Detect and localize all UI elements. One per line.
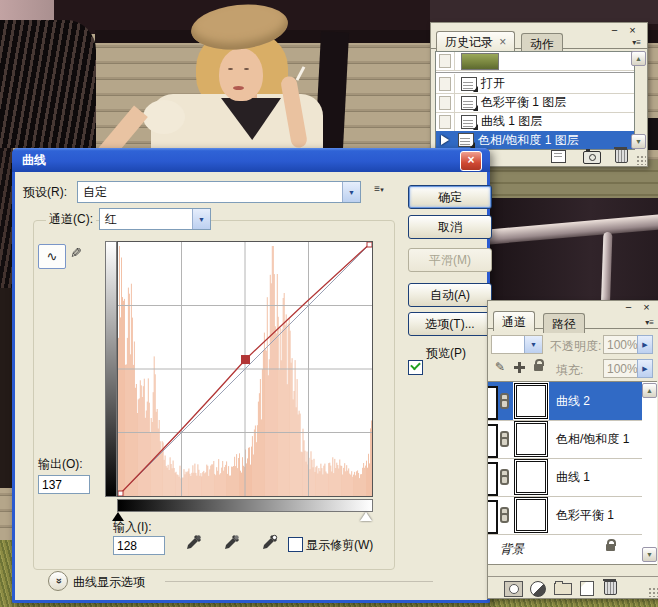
history-source-checkbox[interactable] bbox=[439, 115, 451, 129]
blend-mode-select[interactable]: ▼ bbox=[491, 335, 543, 354]
auto-button[interactable]: 自动(A) bbox=[408, 283, 492, 307]
link-mask-icon[interactable] bbox=[499, 469, 508, 485]
curve-display-options-label: 曲线显示选项 bbox=[73, 574, 145, 591]
panel-menu-icon[interactable]: ▾≡ bbox=[645, 318, 654, 327]
layer-mask-thumbnail[interactable] bbox=[516, 499, 546, 531]
input-label: 输入(I): bbox=[113, 519, 152, 536]
history-source-checkbox[interactable] bbox=[439, 77, 451, 91]
curve-plot-svg bbox=[118, 242, 372, 496]
opacity-slider-arrow-icon[interactable]: ▶ bbox=[637, 335, 653, 354]
chevron-down-icon[interactable]: ▼ bbox=[524, 336, 542, 353]
adjustment-layer-thumbnail bbox=[488, 462, 498, 496]
link-mask-icon[interactable] bbox=[499, 431, 508, 447]
new-adjustment-layer-icon[interactable] bbox=[530, 581, 546, 597]
channel-select[interactable]: 红 ▼ bbox=[99, 208, 211, 230]
layers-list: 曲线 2 色相/饱和度 1 曲线 1 色彩平衡 1 背景 bbox=[488, 381, 657, 565]
history-snapshot-row[interactable] bbox=[436, 52, 634, 71]
channel-label: 通道(C): bbox=[46, 211, 96, 228]
lock-position-move-icon[interactable] bbox=[514, 362, 525, 373]
chevron-down-icon[interactable]: ▼ bbox=[192, 209, 210, 229]
highlight-input-slider[interactable] bbox=[360, 512, 372, 521]
tab-history[interactable]: 历史记录 × bbox=[436, 31, 515, 51]
white-point-eyedropper-icon[interactable] bbox=[261, 533, 279, 554]
curve-display-options-expander[interactable]: « bbox=[48, 571, 68, 591]
snapshot-thumbnail[interactable] bbox=[461, 53, 499, 70]
options-button[interactable]: 选项(T)... bbox=[408, 312, 492, 336]
new-layer-icon[interactable] bbox=[580, 581, 594, 596]
curve-plot-area[interactable] bbox=[117, 241, 373, 497]
layers-panel: − × 通道 路径 ▾≡ ▼ 不透明度: 100% ▶ ✎ 填充: 100% ▶ bbox=[487, 300, 658, 599]
ok-button[interactable]: 确定 bbox=[408, 185, 492, 209]
curves-dialog: 曲线 × 预设(R): 自定 ▼ ≡▾ 通道(C): 红 ▼ ∿ ✎ 输出(O) bbox=[12, 148, 490, 603]
history-source-checkbox[interactable] bbox=[439, 54, 451, 68]
history-item-hue-saturation[interactable]: 色相/饱和度 1 图层 bbox=[436, 131, 634, 149]
opacity-label: 不透明度: bbox=[550, 338, 601, 355]
layer-row-hue-saturation-1[interactable]: 色相/饱和度 1 bbox=[488, 420, 642, 459]
layer-name: 色相/饱和度 1 bbox=[556, 431, 629, 448]
input-value-input[interactable] bbox=[113, 536, 165, 555]
history-item-open[interactable]: 打开 bbox=[436, 74, 634, 94]
minimize-icon[interactable]: − bbox=[608, 25, 621, 36]
panel-menu-icon[interactable]: ▾≡ bbox=[632, 38, 641, 47]
layer-mask-thumbnail[interactable] bbox=[516, 423, 546, 455]
lock-all-icon[interactable] bbox=[534, 364, 543, 371]
add-layer-mask-icon[interactable] bbox=[504, 581, 523, 597]
black-point-eyedropper-icon[interactable] bbox=[185, 533, 203, 554]
dialog-titlebar[interactable]: 曲线 bbox=[12, 148, 490, 172]
history-source-checkbox[interactable] bbox=[439, 96, 451, 110]
delete-state-trash-icon[interactable] bbox=[615, 149, 628, 163]
gray-point-eyedropper-icon[interactable] bbox=[223, 533, 241, 554]
close-icon[interactable]: × bbox=[626, 25, 639, 36]
dialog-title: 曲线 bbox=[22, 152, 46, 169]
layer-row-color-balance-1[interactable]: 色彩平衡 1 bbox=[488, 496, 642, 535]
tab-channels[interactable]: 通道 bbox=[493, 311, 535, 331]
layer-mask-thumbnail[interactable] bbox=[516, 385, 546, 417]
chevron-down-icon[interactable]: ▼ bbox=[342, 182, 360, 202]
close-icon[interactable]: × bbox=[640, 302, 653, 313]
history-list: 打开 色彩平衡 1 图层 曲线 1 图层 色相/饱和度 1 图层 bbox=[435, 51, 635, 150]
tab-close-icon[interactable]: × bbox=[499, 35, 506, 49]
history-step-icon bbox=[461, 115, 477, 129]
history-item-label: 色彩平衡 1 图层 bbox=[481, 94, 566, 111]
scroll-up-icon[interactable]: ▲ bbox=[631, 51, 646, 66]
history-item-color-balance[interactable]: 色彩平衡 1 图层 bbox=[436, 93, 634, 113]
panel-resize-grip[interactable] bbox=[648, 587, 658, 597]
layer-row-curves-1[interactable]: 曲线 1 bbox=[488, 458, 642, 497]
edit-points-curve-tool[interactable]: ∿ bbox=[38, 244, 66, 269]
history-state-pointer[interactable] bbox=[441, 135, 449, 145]
link-mask-icon[interactable] bbox=[499, 507, 508, 523]
output-value-input[interactable] bbox=[38, 475, 90, 494]
adjustment-layer-thumbnail bbox=[488, 386, 498, 420]
history-item-label: 色相/饱和度 1 图层 bbox=[478, 132, 579, 149]
show-clipping-checkbox[interactable] bbox=[288, 537, 303, 552]
scroll-down-icon[interactable]: ▼ bbox=[631, 134, 646, 149]
output-gradient-bar bbox=[105, 241, 117, 497]
new-document-from-state-icon[interactable] bbox=[551, 150, 566, 163]
new-snapshot-camera-icon[interactable] bbox=[583, 151, 601, 164]
pencil-tool-icon[interactable]: ✎ bbox=[70, 245, 82, 261]
delete-layer-trash-icon[interactable] bbox=[604, 581, 617, 595]
lock-transparency-brush-icon[interactable]: ✎ bbox=[495, 360, 505, 374]
panel-resize-grip[interactable] bbox=[636, 155, 646, 165]
new-group-folder-icon[interactable] bbox=[554, 580, 572, 595]
preset-options-menu-icon[interactable]: ≡▾ bbox=[368, 183, 390, 201]
preset-label: 预设(R): bbox=[23, 184, 67, 201]
layer-mask-thumbnail[interactable] bbox=[516, 461, 546, 493]
fill-slider-arrow-icon[interactable]: ▶ bbox=[637, 359, 653, 378]
adjustment-layer-thumbnail bbox=[488, 424, 498, 458]
layer-row-curves-2[interactable]: 曲线 2 bbox=[488, 382, 642, 421]
cancel-button[interactable]: 取消 bbox=[408, 215, 492, 239]
preview-checkbox[interactable] bbox=[408, 360, 423, 375]
link-mask-icon[interactable] bbox=[499, 393, 508, 409]
dialog-close-icon[interactable]: × bbox=[460, 151, 482, 171]
tab-actions[interactable]: 动作 bbox=[521, 33, 563, 53]
scroll-up-icon[interactable]: ▲ bbox=[642, 383, 657, 398]
blend-mode-value bbox=[492, 336, 524, 353]
layer-row-background[interactable]: 背景 bbox=[488, 534, 642, 565]
fill-label: 填充: bbox=[556, 362, 583, 379]
preset-select[interactable]: 自定 ▼ bbox=[77, 181, 361, 203]
tab-paths[interactable]: 路径 bbox=[543, 313, 585, 333]
scroll-down-icon[interactable]: ▼ bbox=[642, 547, 657, 562]
history-item-curves[interactable]: 曲线 1 图层 bbox=[436, 112, 634, 132]
minimize-icon[interactable]: − bbox=[622, 302, 635, 313]
